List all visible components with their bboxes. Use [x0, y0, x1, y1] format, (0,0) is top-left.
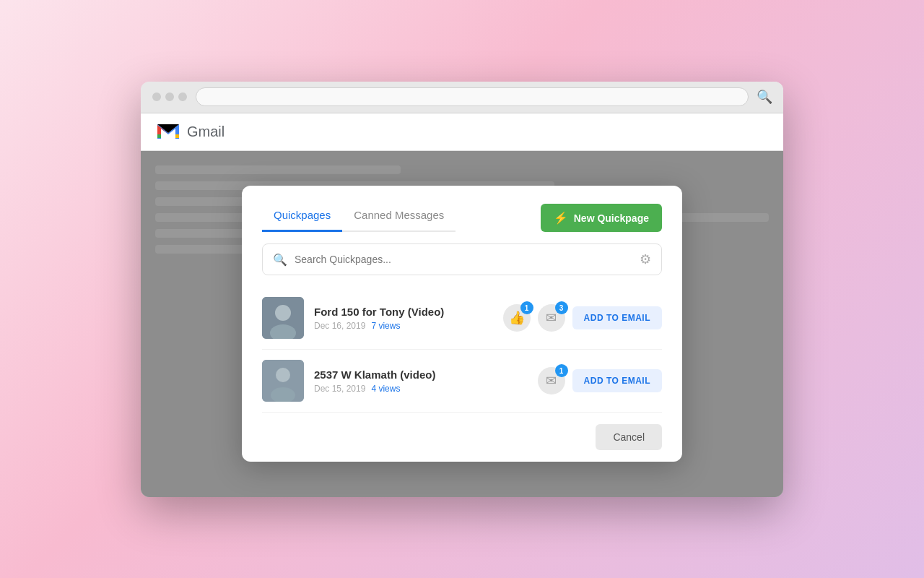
gmail-m-icon: [155, 118, 181, 144]
filter-icon[interactable]: ⚙: [640, 251, 651, 267]
item-meta-2: Dec 15, 2019 4 views: [314, 384, 528, 394]
list-item: Ford 150 for Tony (Video) Dec 16, 2019 7…: [262, 287, 662, 350]
svg-point-2: [275, 305, 291, 321]
email-count-2: 1: [555, 364, 568, 377]
item-views-1: 7 views: [371, 321, 400, 331]
email-badge-1: ✉ 3: [538, 304, 565, 332]
maximize-dot[interactable]: [178, 92, 187, 101]
like-count-1: 1: [520, 301, 533, 314]
tab-canned-messages[interactable]: Canned Messages: [342, 202, 456, 232]
search-input[interactable]: [295, 254, 632, 265]
item-date-1: Dec 16, 2019: [314, 321, 365, 331]
gmail-body: Quickpages Canned Messages ⚡ New Quickpa…: [141, 151, 783, 497]
browser-chrome: 🔍: [141, 82, 783, 113]
address-bar[interactable]: [196, 87, 749, 106]
new-quickpage-button[interactable]: ⚡ New Quickpage: [541, 204, 662, 232]
item-thumbnail-1: [262, 297, 304, 339]
add-to-email-button-1[interactable]: ADD TO EMAIL: [572, 306, 662, 329]
item-thumbnail-2: [262, 360, 304, 402]
svg-point-5: [276, 368, 290, 382]
quickpage-icon: ⚡: [554, 211, 568, 225]
email-count-1: 3: [555, 301, 568, 314]
add-to-email-button-2[interactable]: ADD TO EMAIL: [572, 369, 662, 392]
minimize-dot[interactable]: [165, 92, 174, 101]
close-dot[interactable]: [152, 92, 161, 101]
new-quickpage-label: New Quickpage: [574, 212, 649, 224]
tab-group: Quickpages Canned Messages: [262, 202, 456, 232]
person-avatar-2: [262, 360, 304, 402]
gmail-header: Gmail: [141, 113, 783, 151]
list-item: 2537 W Klamath (video) Dec 15, 2019 4 vi…: [262, 350, 662, 413]
item-info-1: Ford 150 for Tony (Video) Dec 16, 2019 7…: [314, 306, 493, 331]
like-badge-1: 👍 1: [503, 304, 531, 332]
item-title-1: Ford 150 for Tony (Video): [314, 306, 493, 318]
tab-quickpages[interactable]: Quickpages: [262, 202, 342, 232]
item-views-2: 4 views: [371, 384, 400, 394]
item-actions-2: ✉ 1 ADD TO EMAIL: [538, 367, 662, 394]
modal-footer: Cancel: [242, 413, 682, 462]
gmail-label: Gmail: [187, 124, 225, 140]
search-icon: 🔍: [273, 253, 287, 267]
item-actions-1: 👍 1 ✉ 3 ADD TO EMAIL: [503, 304, 662, 332]
email-badge-2: ✉ 1: [538, 367, 565, 394]
item-date-2: Dec 15, 2019: [314, 384, 365, 394]
gmail-logo: Gmail: [155, 118, 225, 144]
item-info-2: 2537 W Klamath (video) Dec 15, 2019 4 vi…: [314, 368, 528, 394]
browser-content: Gmail Quickpages Cann: [141, 113, 783, 497]
items-list: Ford 150 for Tony (Video) Dec 16, 2019 7…: [242, 287, 682, 413]
modal-header-row: Quickpages Canned Messages ⚡ New Quickpa…: [242, 186, 682, 232]
item-meta-1: Dec 16, 2019 7 views: [314, 321, 493, 331]
quickpages-modal: Quickpages Canned Messages ⚡ New Quickpa…: [242, 186, 682, 462]
person-avatar-1: [262, 297, 304, 339]
search-bar: 🔍 ⚙: [262, 243, 662, 275]
modal-overlay: Quickpages Canned Messages ⚡ New Quickpa…: [141, 151, 783, 497]
cancel-button[interactable]: Cancel: [596, 424, 662, 450]
browser-search-icon: 🔍: [757, 90, 772, 104]
item-title-2: 2537 W Klamath (video): [314, 368, 528, 381]
browser-window: 🔍: [141, 82, 783, 497]
browser-traffic-lights: [152, 92, 187, 101]
